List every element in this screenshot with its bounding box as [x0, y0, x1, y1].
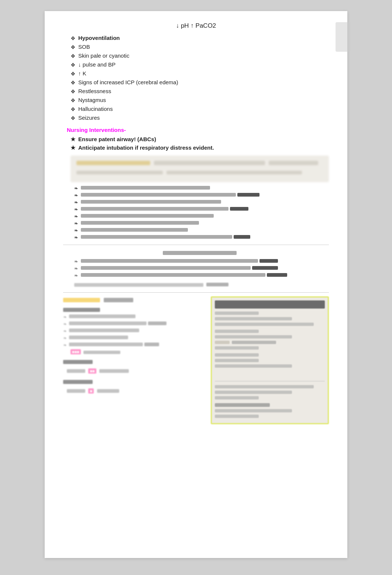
header-formula: ↓ pH ↑ PaCO2 [63, 22, 329, 30]
star-list-item: ★ Anticipate intubation if respiratory d… [71, 144, 329, 151]
lr-section-3 [215, 403, 325, 407]
ll-section-3 [63, 378, 205, 385]
lr-line [215, 409, 292, 412]
lr-line [215, 323, 314, 326]
blurred-item: ❧ [74, 207, 329, 212]
lr-divider [215, 381, 325, 381]
lr-line [215, 415, 259, 418]
lr-line [215, 396, 259, 399]
ll-sub-item: ■■■ [71, 350, 205, 354]
star-list-item: ★ Ensure patent airway! (ABCs) [71, 136, 329, 143]
blurred-item: ❧ [74, 228, 329, 233]
blurred-item: ❧ [74, 214, 329, 219]
blurred-item: ❧ [74, 200, 329, 205]
diamond-icon: ❖ [71, 62, 75, 68]
ll-list-item: ❧ [63, 314, 205, 320]
list-item: ❖ Signs of increased ICP (cerebral edema… [71, 79, 329, 86]
item-text: Hypoventilation [78, 35, 120, 41]
blurred-item: ❧ [74, 266, 329, 271]
ll-list-item: ❧ [63, 321, 205, 327]
ll-section-2 [63, 358, 205, 365]
lr-line [215, 335, 292, 338]
lr-line [215, 385, 314, 388]
diamond-icon: ❖ [71, 44, 75, 51]
list-item: ❖ SOB [71, 44, 329, 51]
lr-line [215, 346, 259, 350]
blurred-numbered-list-2: ❧ ❧ ❧ [74, 259, 329, 278]
blurred-numbered-list-1: ❧ ❧ ❧ ❧ ❧ ❧ [74, 186, 329, 240]
list-item: ❖ Hypoventilation [71, 35, 329, 42]
page-container: ↓ pH ↑ PaCO2 ❖ Hypoventilation ❖ SOB ❖ S… [45, 11, 347, 558]
list-item: ❖ ↑ K [71, 70, 329, 77]
lower-section: ❧ ❧ ❧ ❧ ❧ ■■■ [63, 296, 329, 424]
item-text: SOB [78, 44, 90, 50]
item-text: Restlessness [78, 88, 111, 94]
intervention-text: Ensure patent airway! (ABCs) [78, 136, 156, 142]
lr-header [215, 300, 325, 309]
blurred-section-2: ❧ ❧ ❧ [71, 249, 329, 288]
lower-left-content: ❧ ❧ ❧ ❧ ❧ ■■■ [63, 296, 205, 424]
diamond-icon: ❖ [71, 35, 75, 42]
diamond-icon: ❖ [71, 71, 75, 77]
scroll-indicator [336, 22, 350, 52]
ll-list-item: ❧ [63, 343, 205, 348]
blurred-item: ❧ [74, 273, 329, 278]
star-icon: ★ [71, 136, 75, 143]
lr-line [215, 317, 292, 320]
symptoms-list: ❖ Hypoventilation ❖ SOB ❖ Skin pale or c… [71, 35, 329, 122]
item-text: Skin pale or cyanotic [78, 52, 129, 59]
ll-list-item: ❧ [63, 336, 205, 341]
star-icon: ★ [71, 144, 75, 151]
lr-line [215, 403, 270, 407]
lr-line [215, 330, 259, 333]
lr-section-2 [215, 353, 325, 357]
list-item: ❖ Seizures [71, 115, 329, 122]
ll-sub-section: ■■ [67, 367, 205, 374]
item-text: Hallucinations [78, 106, 113, 112]
lr-line [215, 391, 292, 394]
intervention-text: Anticipate intubation if respiratory dis… [78, 144, 214, 151]
ll-sub-section-2: ■ [67, 387, 205, 394]
diamond-icon: ❖ [71, 79, 75, 86]
lr-line [215, 353, 259, 357]
blurred-item: ❧ [74, 221, 329, 226]
diamond-icon: ❖ [71, 97, 75, 104]
lr-line [215, 364, 292, 368]
item-text: ↓ pulse and BP [78, 61, 116, 68]
lower-right-card [211, 296, 329, 424]
ll-list-item: ❧ [63, 329, 205, 334]
divider-1 [63, 245, 329, 245]
lr-line [215, 312, 259, 315]
list-item: ❖ Restlessness [71, 88, 329, 95]
lr-line [215, 359, 259, 362]
ll-section-title [63, 307, 205, 312]
diamond-icon: ❖ [71, 53, 75, 59]
blurred-section-1: ❧ ❧ ❧ ❧ ❧ ❧ [71, 156, 329, 240]
item-text: Nystagmus [78, 97, 106, 103]
item-text: ↑ K [78, 70, 86, 76]
diamond-icon: ❖ [71, 106, 75, 113]
item-text: Seizures [78, 115, 100, 121]
list-item: ❖ Skin pale or cyanotic [71, 52, 329, 59]
divider-2 [63, 292, 329, 293]
blurred-item: ❧ [74, 259, 329, 264]
blurred-item: ❧ [74, 235, 329, 240]
list-item: ❖ ↓ pulse and BP [71, 61, 329, 68]
blurred-item: ❧ [74, 186, 329, 191]
list-item: ❖ Nystagmus [71, 97, 329, 104]
item-text: Signs of increased ICP (cerebral edema) [78, 79, 178, 85]
diamond-icon: ❖ [71, 115, 75, 122]
nursing-interventions-list: ★ Ensure patent airway! (ABCs) ★ Anticip… [71, 136, 329, 151]
blurred-item: ❧ [74, 193, 329, 198]
diamond-icon: ❖ [71, 88, 75, 95]
blurred-block-top [71, 156, 329, 182]
lr-section [215, 330, 325, 333]
nursing-section-title: Nursing Interventions- [67, 127, 329, 133]
list-item: ❖ Hallucinations [71, 106, 329, 113]
